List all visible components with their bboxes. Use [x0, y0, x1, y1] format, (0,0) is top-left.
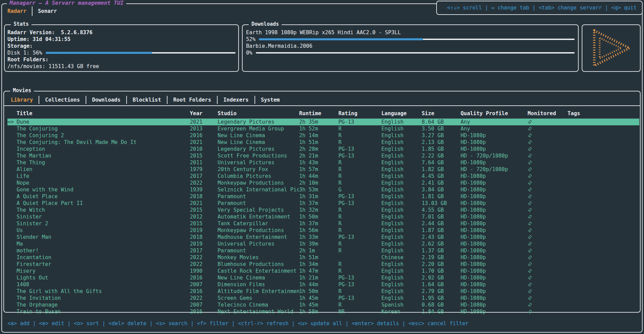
row-selection-marker: [7, 166, 17, 173]
movie-rating: R: [338, 207, 381, 213]
movie-row[interactable]: The Invitation2022Screen Gems1h 45mPG-13…: [7, 295, 639, 301]
movie-year: 2019: [190, 241, 218, 247]
movie-size: 3.84 GB: [422, 186, 461, 193]
movie-monitored: [528, 254, 568, 261]
servarr-tab-sonarr[interactable]: Sonarr: [37, 8, 58, 14]
radarr-version-label: Radarr Version:: [7, 29, 55, 36]
movie-quality-profile: HD-1080p: [461, 200, 528, 207]
movie-language: English: [381, 180, 422, 186]
movie-studio: Telecinco Cinema: [218, 301, 299, 308]
movie-row[interactable]: A Quiet Place Part II2021Paramount1h 37m…: [7, 200, 639, 207]
tab-system[interactable]: System: [260, 97, 281, 103]
movie-runtime: 1h 47m: [299, 268, 338, 274]
movie-size: 2.43 GB: [422, 234, 461, 241]
movie-row[interactable]: Train to Busan2016Next Entertainment Wor…: [7, 308, 639, 315]
movie-row[interactable]: Sinister 22015Tank Caterpillar1h 37mREng…: [7, 220, 639, 227]
movie-rating: R: [338, 139, 381, 146]
movie-row[interactable]: Misery1990Castle Rock Entertainment1h 47…: [7, 268, 639, 274]
movie-quality-profile: HD-1080p: [461, 288, 528, 295]
monitored-tag-icon: [528, 255, 532, 260]
monitored-tag-icon: [528, 296, 532, 300]
movie-studio: Paramount: [218, 193, 299, 200]
movie-runtime: 2h 21m: [299, 152, 338, 159]
tab-blocklist[interactable]: Blocklist: [132, 97, 162, 103]
movie-rating: R: [338, 288, 381, 295]
app-title: Managarr — A Servarr management TUI: [7, 0, 126, 6]
movie-quality-profile: HD-1080p: [461, 295, 528, 301]
column-header-title: Title: [17, 110, 190, 117]
movie-size: 2.13 GB: [422, 139, 461, 146]
movie-row[interactable]: Gone with the Wind1939Selznick Internati…: [7, 186, 639, 193]
movie-row[interactable]: The Conjuring2013Evergreen Media Group1h…: [7, 125, 639, 132]
downloads-panel-title: Downloads: [249, 21, 282, 27]
movie-quality-profile: HD-1080p: [461, 193, 528, 200]
movie-row[interactable]: Slender Man2018Madhouse Entertainment1h …: [7, 234, 639, 241]
movie-rating: R: [338, 173, 381, 180]
tab-collections[interactable]: Collections: [44, 97, 81, 103]
tab-downloads[interactable]: Downloads: [91, 97, 121, 103]
monitored-tag-icon: [528, 208, 532, 212]
movie-monitored: [528, 146, 568, 152]
row-selection-marker: =>: [7, 119, 17, 125]
movie-row[interactable]: Us2019Monkeypaw Productions1h 56mREnglis…: [7, 227, 639, 234]
movie-tags: [568, 166, 639, 173]
movie-year: 2012: [190, 213, 218, 220]
movie-size: 8.64 GB: [422, 119, 461, 125]
monitored-tag-icon: [528, 174, 532, 179]
movie-quality-profile: HD-1080p: [461, 180, 528, 186]
movie-size: 7.01 GB: [422, 213, 461, 220]
movie-row[interactable]: Incantation2022Monkey Movies1h 51mChines…: [7, 254, 639, 261]
movie-row[interactable]: =>Dune2021Legendary Pictures2h 35mPG-13E…: [7, 119, 639, 125]
movie-row[interactable]: The Thing2011Universal Pictures1h 43mREn…: [7, 159, 639, 166]
movie-monitored: [528, 295, 568, 301]
movie-size: 2.44 GB: [422, 220, 461, 227]
tab-indexers[interactable]: Indexers: [223, 97, 249, 103]
movie-monitored: [528, 166, 568, 173]
movie-row[interactable]: Alien197920th Century Fox1h 57mREnglish1…: [7, 166, 639, 173]
tab-root-folders[interactable]: Root Folders: [173, 97, 212, 103]
movie-monitored: [528, 288, 568, 295]
monitored-tag-icon: [528, 235, 532, 239]
movie-row[interactable]: Firestarter2022Blumhouse Productions1h 3…: [7, 261, 639, 268]
monitored-tag-icon: [528, 310, 532, 314]
download-item-name: Barbie.Mermaidia.2006: [246, 43, 575, 49]
movie-tags: [568, 308, 639, 315]
header-spacer: [7, 110, 17, 117]
download-item-progress: 0%: [246, 49, 575, 56]
movie-row[interactable]: The Conjuring 22016New Line Cinema2h 14m…: [7, 132, 639, 139]
movie-row[interactable]: 14082007Dimension Films1h 44mPG-13Englis…: [7, 281, 639, 288]
tab-separator: [167, 96, 168, 104]
movie-row[interactable]: Life2017Columbia Pictures1h 44mREnglish4…: [7, 173, 639, 180]
movie-year: 2021: [190, 119, 218, 125]
movie-row[interactable]: The Conjuring: The Devil Made Me Do It20…: [7, 139, 639, 146]
movie-rating: PG-13: [338, 295, 381, 301]
movie-rating: PG-13: [338, 281, 381, 288]
monitored-tag-icon: [528, 222, 532, 226]
servarr-tab-radarr[interactable]: Radarr: [6, 8, 28, 14]
row-selection-marker: [7, 268, 17, 274]
movie-row[interactable]: Lights Out2016New Line Cinema1h 21mPG-13…: [7, 274, 639, 281]
movie-row[interactable]: The Martian2015Scott Free Productions2h …: [7, 152, 639, 159]
movie-row[interactable]: The Witch2015Very Special Projects1h 32m…: [7, 207, 639, 213]
movie-row[interactable]: Nope2022Monkeypaw Productions2h 10mREngl…: [7, 180, 639, 186]
movie-runtime: 1h 52m: [299, 125, 338, 132]
column-header-quality-profile: Quality Profile: [461, 110, 528, 117]
movie-language: English: [381, 213, 422, 220]
movie-row[interactable]: A Quiet Place2018Paramount1h 31mPG-13Eng…: [7, 193, 639, 200]
movie-row[interactable]: Ma2019Universal Pictures1h 39mREnglish2.…: [7, 241, 639, 247]
movie-row[interactable]: The Orphanage2007Telecinco Cinema1h 45mR…: [7, 301, 639, 308]
monitored-tag-icon: [528, 133, 532, 138]
movie-rating: R: [338, 247, 381, 254]
movie-row[interactable]: Sinister2012Automatik Entertainment1h 50…: [7, 213, 639, 220]
movie-row[interactable]: The Girl with All the Gifts2016Altitude …: [7, 288, 639, 295]
movie-row[interactable]: Inception2010Legendary Pictures2h 28mPG-…: [7, 146, 639, 152]
movie-title: The Orphanage: [17, 301, 190, 308]
movie-title: Misery: [17, 268, 190, 274]
movie-size: 2.19 GB: [422, 254, 461, 261]
row-selection-marker: [7, 247, 17, 254]
movie-title: A Quiet Place Part II: [17, 200, 190, 207]
monitored-tag-icon: [528, 161, 532, 165]
row-selection-marker: [7, 227, 17, 234]
movie-row[interactable]: mother!2017Paramount2h 1mREnglish1.37 GB…: [7, 247, 639, 254]
tab-library[interactable]: Library: [10, 97, 34, 103]
